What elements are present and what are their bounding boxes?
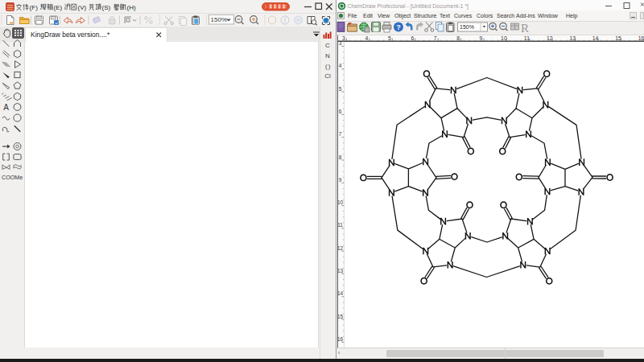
- svg-text:15: 15: [615, 35, 621, 41]
- svg-text:4: 4: [365, 35, 369, 41]
- svg-text:16: 16: [638, 35, 644, 41]
- svg-text:11: 11: [524, 35, 530, 41]
- svg-text:13: 13: [569, 35, 576, 41]
- svg-text:7: 7: [434, 35, 437, 41]
- svg-text:9: 9: [480, 35, 483, 41]
- svg-text:14: 14: [592, 35, 599, 41]
- svg-text:8: 8: [456, 35, 460, 41]
- svg-text:10: 10: [501, 35, 507, 41]
- svg-text:12: 12: [547, 35, 553, 41]
- svg-text:6: 6: [411, 35, 414, 41]
- svg-text:5: 5: [388, 35, 391, 41]
- svg-text:3: 3: [342, 35, 345, 41]
